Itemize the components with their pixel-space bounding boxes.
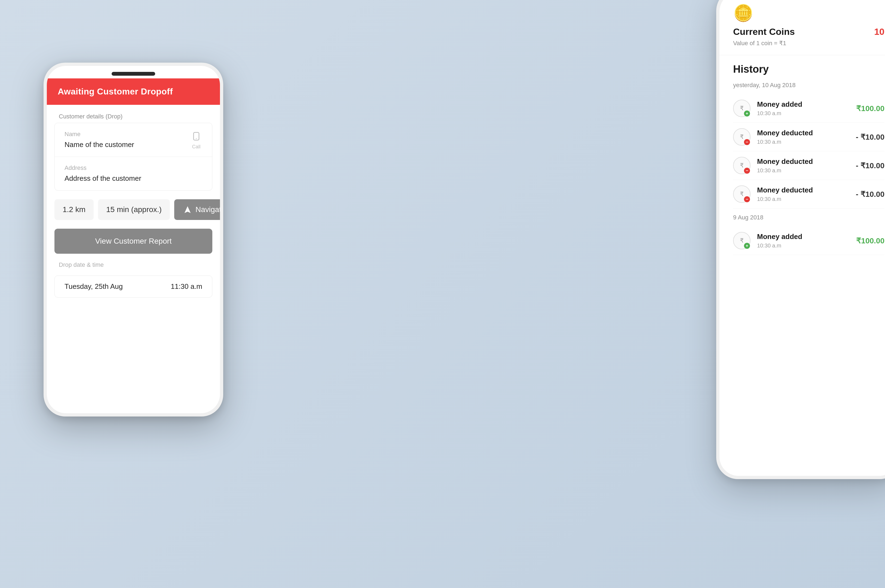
drop-row: Tuesday, 25th Aug 11:30 a.m [54, 276, 212, 297]
call-button[interactable]: Call [190, 130, 202, 150]
navigate-button[interactable]: Navigate [174, 199, 220, 220]
minus-badge-3: − [744, 168, 750, 174]
drop-label: Drop date & time [59, 261, 208, 268]
section-title-text: Customer details [59, 113, 104, 120]
view-report-button[interactable]: View Customer Report [54, 229, 212, 254]
coin-value-label: Value of 1 coin = ₹1 [733, 40, 885, 47]
distance-metric: 1.2 km [54, 199, 94, 220]
current-coins-label: Current Coins [733, 26, 795, 37]
distance-value: 1.2 km [63, 205, 86, 214]
status-bar-label: Awaiting Customer Dropoff [58, 87, 173, 96]
drop-section: Drop date & time [47, 254, 220, 276]
plus-badge-1: + [744, 111, 750, 117]
rupee-icon-4: ₹ − [733, 185, 750, 203]
history-item-info-4: Money deducted 10:30 a.m [757, 186, 849, 202]
plus-badge-5: + [744, 243, 750, 249]
address-value: Address of the customer [64, 174, 202, 183]
history-item-info-2: Money deducted 10:30 a.m [757, 129, 849, 145]
section-subtitle: (Drop) [106, 113, 123, 120]
phone-content: Customer details (Drop) Name Name of the… [47, 105, 220, 413]
rupee-icon-2: ₹ − [733, 128, 750, 146]
history-item-5: ₹ + Money added 10:30 a.m ₹100.00 [733, 226, 885, 255]
history-item-1: ₹ + Money added 10:30 a.m ₹100.00 [733, 94, 885, 123]
history-date-1: yesterday, 10 Aug 2018 [733, 82, 885, 89]
rupee-icon-5: ₹ + [733, 232, 750, 249]
drop-date: Tuesday, 25th Aug [64, 282, 123, 291]
call-label: Call [192, 144, 200, 150]
navigate-label: Navigate [195, 205, 220, 214]
name-row: Name Name of the customer Call [55, 123, 212, 157]
history-item-info-1: Money added 10:30 a.m [757, 100, 850, 117]
rupee-icon-3: ₹ − [733, 157, 750, 174]
history-item-4: ₹ − Money deducted 10:30 a.m - ₹10.00 [733, 180, 885, 208]
duration-value: 15 min (approx.) [106, 205, 162, 214]
minus-badge-2: − [744, 139, 750, 145]
svg-rect-0 [194, 132, 199, 140]
rupee-icon-1: ₹ + [733, 100, 750, 117]
address-row: Address Address of the customer [55, 157, 212, 190]
section-title: Customer details (Drop) [47, 105, 220, 123]
history-item-2: ₹ − Money deducted 10:30 a.m - ₹10.00 [733, 123, 885, 152]
phone-right: 🪙 Current Coins 10 Value of 1 coin = ₹1 … [716, 0, 885, 479]
coins-section: 🪙 Current Coins 10 Value of 1 coin = ₹1 [720, 0, 885, 55]
metrics-row: 1.2 km 15 min (approx.) Navigate [54, 199, 212, 220]
history-date-2: 9 Aug 2018 [733, 214, 885, 221]
phone-notch [112, 72, 155, 76]
address-label: Address [64, 164, 202, 171]
name-label: Name [64, 130, 202, 138]
view-report-label: View Customer Report [95, 237, 171, 245]
coins-row: Current Coins 10 [733, 26, 885, 37]
history-item-info-3: Money deducted 10:30 a.m [757, 158, 849, 174]
current-coins-value: 10 [874, 26, 885, 37]
history-title: History [733, 63, 885, 75]
duration-metric: 15 min (approx.) [98, 199, 170, 220]
drop-time: 11:30 a.m [171, 282, 202, 291]
status-bar: Awaiting Customer Dropoff [47, 78, 220, 105]
customer-details-card: Name Name of the customer Call Addres [54, 123, 212, 190]
phone-icon [190, 130, 202, 142]
history-item-3: ₹ − Money deducted 10:30 a.m - ₹10.00 [733, 152, 885, 180]
coin-emoji: 🪙 [733, 3, 885, 22]
history-section: History yesterday, 10 Aug 2018 ₹ + Money… [720, 55, 885, 476]
phone-left: Awaiting Customer Dropoff Customer detai… [44, 63, 223, 417]
history-item-info-5: Money added 10:30 a.m [757, 232, 850, 249]
minus-badge-4: − [744, 196, 750, 202]
name-value: Name of the customer [64, 141, 202, 149]
